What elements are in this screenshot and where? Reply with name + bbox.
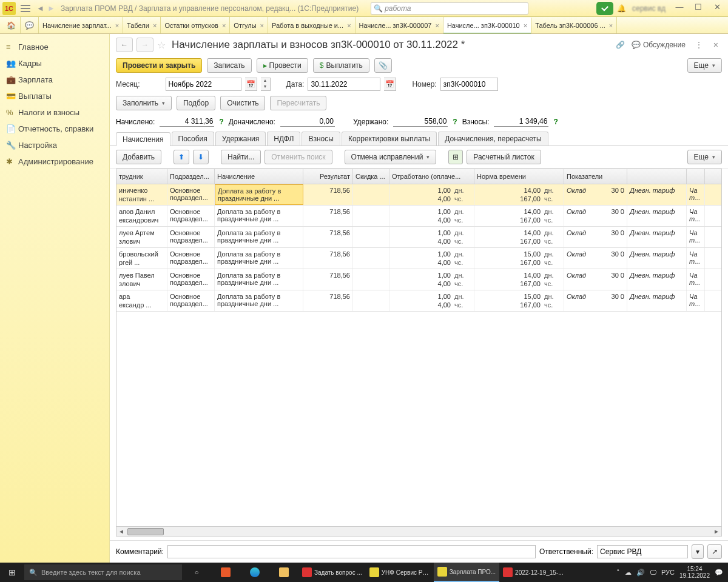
column-header[interactable]: Подраздел... <box>167 169 215 184</box>
sidebar-item-0[interactable]: ≡Главное <box>0 39 109 55</box>
taskbar-cortana[interactable]: ○ <box>182 563 211 582</box>
table-row[interactable]: апов ДанилександровичОсновное подраздел.… <box>116 206 721 227</box>
doc-forward-button[interactable]: → <box>136 38 153 52</box>
subtab-1[interactable]: Пособия <box>172 132 214 146</box>
column-header[interactable]: Скидка ... <box>353 169 389 184</box>
tab-close-icon[interactable]: × <box>347 22 351 29</box>
taskbar-app[interactable]: Зарплата ПРО... <box>434 563 499 582</box>
tab-0[interactable]: Начисление зарплат...× <box>39 17 123 33</box>
sidebar-item-7[interactable]: ✱Администрирование <box>0 153 109 170</box>
move-up-button[interactable]: ⬆ <box>174 150 189 164</box>
month-stepper[interactable]: ▲▼ <box>261 78 271 91</box>
sidebar-item-1[interactable]: 👥Кадры <box>0 55 109 72</box>
cancel-search-button[interactable]: Отменить поиск <box>265 150 332 164</box>
chat-icon[interactable]: 💬 <box>21 17 39 33</box>
subtab-6[interactable]: Доначисления, перерасчеты <box>438 132 548 146</box>
number-field[interactable]: зп3К-000010 <box>440 78 498 91</box>
find-button[interactable]: Найти... <box>221 150 261 164</box>
taskbar-explorer[interactable] <box>269 563 298 582</box>
tab-3[interactable]: Отгулы× <box>230 17 268 33</box>
attach-button[interactable]: 📎 <box>374 58 392 73</box>
sidebar-item-4[interactable]: %Налоги и взносы <box>0 104 109 121</box>
grid-settings-button[interactable]: ⊞ <box>448 150 463 164</box>
tab-close-icon[interactable]: × <box>260 22 264 29</box>
date-field[interactable]: 30.11.2022 <box>308 78 380 91</box>
column-header[interactable]: Норма времени <box>474 169 564 184</box>
column-header[interactable]: трудник <box>116 169 167 184</box>
sidebar-item-3[interactable]: 💳Выплаты <box>0 88 109 104</box>
home-icon[interactable]: 🏠 <box>2 17 21 33</box>
post-and-close-button[interactable]: Провести и закрыть <box>116 58 202 73</box>
sidebar-item-5[interactable]: 📄Отчетность, справки <box>0 121 109 137</box>
subtab-5[interactable]: Корректировки выплаты <box>342 132 437 146</box>
post-button[interactable]: ▸Провести <box>257 58 308 73</box>
sidebar-item-6[interactable]: 🔧Настройка <box>0 137 109 153</box>
tab-close-icon[interactable]: × <box>222 22 226 29</box>
taskbar-app[interactable]: 2022-12-19_15-... <box>499 563 567 582</box>
column-header[interactable]: Начисление <box>215 169 303 184</box>
start-button[interactable]: ⊞ <box>0 567 24 577</box>
notifications-icon[interactable]: 💬 <box>715 569 723 577</box>
cast-icon[interactable]: 🖵 <box>650 569 656 576</box>
pay-button[interactable]: $Выплатить <box>313 58 369 73</box>
tab-6[interactable]: Начисле... зп3К-000010× <box>443 18 531 33</box>
move-down-button[interactable]: ⬇ <box>193 150 209 164</box>
taskbar-app[interactable]: Задать вопрос ... <box>298 563 366 582</box>
sidebar-item-2[interactable]: 💼Зарплата <box>0 72 109 88</box>
subtab-0[interactable]: Начисления <box>116 132 170 146</box>
subtab-3[interactable]: НДФЛ <box>267 132 300 146</box>
comment-field[interactable] <box>167 545 536 558</box>
taskbar-app[interactable]: УНФ Сервис РВ... <box>366 563 434 582</box>
tab-2[interactable]: Остатки отпусков× <box>161 17 230 33</box>
table-row[interactable]: луев АртемзловичОсновное подраздел...Доп… <box>116 227 721 248</box>
subtab-2[interactable]: Удержания <box>215 132 266 146</box>
tab-5[interactable]: Начисле... зп3К-000007× <box>356 17 443 33</box>
window-minimize[interactable]: — <box>671 2 688 15</box>
more-button[interactable]: Еще▾ <box>687 58 722 73</box>
link-icon[interactable]: 🔗 <box>613 41 628 49</box>
tray-up-icon[interactable]: ˄ <box>616 569 620 577</box>
doc-back-button[interactable]: ← <box>116 38 133 52</box>
kebab-icon[interactable]: ⋮ <box>692 41 706 49</box>
tab-close-icon[interactable]: × <box>115 22 119 29</box>
help-icon[interactable]: ? <box>553 118 558 126</box>
column-header[interactable]: Отработано (оплаче... <box>389 169 474 184</box>
table-row[interactable]: бровольскийргей ...Основное подраздел...… <box>116 248 721 269</box>
grid-more-button[interactable]: Еще▾ <box>687 150 722 164</box>
column-header[interactable]: Результат <box>303 169 353 184</box>
write-button[interactable]: Записать <box>207 58 251 73</box>
table-row[interactable]: араександр ...Основное подраздел...Допла… <box>116 290 721 312</box>
tab-close-icon[interactable]: × <box>524 22 527 29</box>
table-row[interactable]: луев ПавелзловичОсновное подраздел...Доп… <box>116 269 721 290</box>
month-field[interactable]: Ноябрь 2022 <box>166 78 241 91</box>
responsible-field[interactable]: Сервис РВД <box>597 545 688 558</box>
tab-close-icon[interactable]: × <box>609 22 613 29</box>
recalc-button[interactable]: Пересчитать <box>270 96 326 110</box>
month-calendar-icon[interactable]: 📅 <box>245 78 257 91</box>
responsible-open-button[interactable]: ↗ <box>707 544 722 559</box>
bell-icon[interactable]: 🔔 <box>617 4 626 13</box>
tab-1[interactable]: Табели× <box>123 17 161 33</box>
help-icon[interactable]: ? <box>453 118 457 126</box>
horizontal-scrollbar[interactable]: ◄► <box>116 526 721 536</box>
cloud-icon[interactable]: ☁ <box>625 569 632 577</box>
language-indicator[interactable]: РУС <box>661 569 675 576</box>
close-document[interactable]: × <box>710 40 722 50</box>
responsible-select-button[interactable]: ▾ <box>692 544 704 559</box>
system-tray[interactable]: ˄ ☁ 🔊 🖵 РУС 15:2419.12.2022 💬 <box>612 566 728 579</box>
shield-icon[interactable] <box>596 2 613 15</box>
volume-icon[interactable]: 🔊 <box>636 569 645 577</box>
tab-4[interactable]: Работа в выходные и...× <box>268 17 356 33</box>
subtab-4[interactable]: Взносы <box>302 132 340 146</box>
payslip-button[interactable]: Расчетный листок <box>467 150 541 164</box>
nav-fwd-icon[interactable]: ► <box>47 4 58 13</box>
window-maximize[interactable]: ☐ <box>690 2 707 15</box>
global-search[interactable]: 🔍 работа <box>371 2 528 15</box>
taskbar-edge[interactable] <box>240 563 269 582</box>
column-header[interactable]: Показатели <box>564 169 627 184</box>
nav-back-icon[interactable]: ◄ <box>36 4 47 13</box>
hamburger-icon[interactable] <box>18 1 33 16</box>
grid-body[interactable]: иниченконстантин ...Основное подраздел..… <box>116 184 721 526</box>
taskbar-bird-icon[interactable] <box>211 563 240 582</box>
discussion-button[interactable]: 💬 Обсуждение <box>632 41 686 49</box>
